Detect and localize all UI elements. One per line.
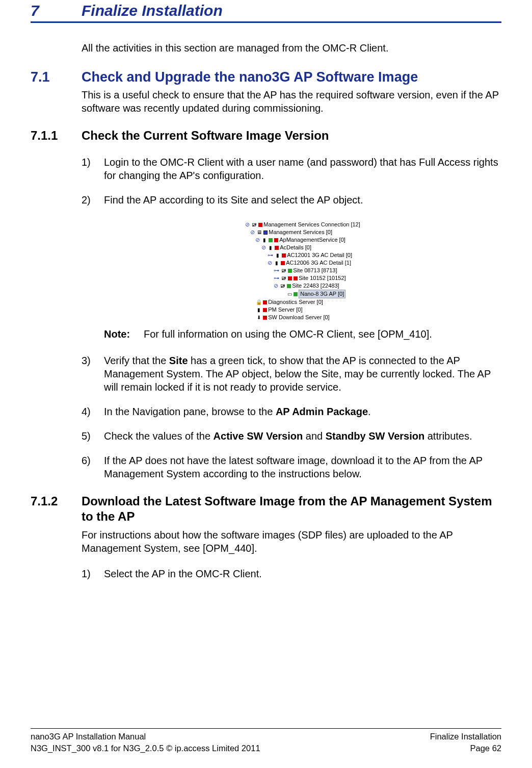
chapter-rule	[31, 21, 501, 23]
step-text: If the AP does not have the latest softw…	[104, 454, 501, 480]
step-number	[82, 218, 104, 351]
tree-node: Site 08713 [8713]	[293, 267, 337, 274]
step-text: Find the AP according to its Site and se…	[104, 193, 501, 207]
tree-node: AC12001 3G AC Detail [0]	[287, 251, 352, 259]
section-7-1-heading: 7.1 Check and Upgrade the nano3G AP Soft…	[31, 69, 501, 85]
step-item: 2) Find the AP according to its Site and…	[82, 193, 501, 207]
steps-list-7-1-2: 1) Select the AP in the OMC-R Client.	[82, 567, 501, 580]
step-text: Login to the OMC-R Client with a user na…	[104, 156, 501, 182]
step-item: 3) Verify that the Site has a green tick…	[82, 354, 501, 394]
tree-node: SW Download Server [0]	[268, 314, 329, 321]
intro-paragraph: All the activities in this section are m…	[82, 42, 501, 54]
bold-term: Site	[169, 355, 188, 366]
step-text: Select the AP in the OMC-R Client.	[104, 567, 501, 580]
page-footer: nano3G AP Installation Manual Finalize I…	[31, 728, 501, 754]
section-7-1-desc: This is a useful check to ensure that th…	[82, 88, 501, 115]
section-7-1-2-desc: For instructions about how the software …	[82, 528, 501, 555]
chapter-heading: 7 Finalize Installation	[31, 0, 501, 19]
step-text: In the Navigation pane, browse to the AP…	[104, 405, 501, 418]
step-item: 1) Login to the OMC-R Client with a user…	[82, 156, 501, 182]
step-item: 4) In the Navigation pane, browse to the…	[82, 405, 501, 418]
footer-rule	[31, 728, 501, 729]
step-item: 6) If the AP does not have the latest so…	[82, 454, 501, 480]
step-item: ⊘🖳Management Services Connection [12] ⊘🖥…	[82, 218, 501, 351]
tree-node-selected: Nano-8 3G AP [0]	[299, 290, 345, 298]
tree-figure: ⊘🖳Management Services Connection [12] ⊘🖥…	[104, 221, 501, 321]
step-number: 4)	[82, 405, 104, 418]
footer-right-2: Page 62	[470, 743, 501, 754]
section-number: 7.1	[31, 69, 82, 85]
step-text: Verify that the Site has a green tick, t…	[104, 354, 501, 394]
note: Note: For full information on using the …	[104, 327, 501, 341]
subsection-title: Check the Current Software Image Version	[82, 128, 329, 143]
step-number: 2)	[82, 193, 104, 207]
tree-node: PM Server [0]	[268, 306, 302, 314]
note-text: For full information on using the OMC-R …	[144, 327, 432, 341]
subsection-number: 7.1.1	[31, 129, 82, 143]
note-label: Note:	[104, 327, 144, 341]
page: 7 Finalize Installation All the activiti…	[0, 0, 532, 768]
subsection-title: Download the Latest Software Image from …	[82, 494, 501, 524]
section-7-1-1-heading: 7.1.1 Check the Current Software Image V…	[31, 128, 501, 143]
step-text: Check the values of the Active SW Versio…	[104, 429, 501, 443]
step-item: 5) Check the values of the Active SW Ver…	[82, 429, 501, 443]
step-number: 5)	[82, 429, 104, 443]
tree-node: AcDetails [0]	[280, 244, 311, 251]
subsection-number: 7.1.2	[31, 494, 82, 508]
tree-node: Site 22483 [22483]	[292, 282, 339, 290]
footer-left-1: nano3G AP Installation Manual	[31, 731, 146, 742]
tree-node: AC12006 3G AC Detail [1]	[286, 259, 351, 267]
tree-node: Management Services [0]	[269, 228, 332, 236]
footer-right-1: Finalize Installation	[430, 731, 501, 742]
step-number: 1)	[82, 567, 104, 580]
bold-term: AP Admin Package	[276, 406, 368, 417]
step-number: 3)	[82, 354, 104, 394]
step-item: 1) Select the AP in the OMC-R Client.	[82, 567, 501, 580]
step-number: 1)	[82, 156, 104, 182]
footer-left-2: N3G_INST_300 v8.1 for N3G_2.0.5 © ip.acc…	[31, 743, 260, 754]
steps-list-7-1-1: 1) Login to the OMC-R Client with a user…	[82, 156, 501, 480]
tree-node: ApManagementService [0]	[279, 236, 345, 244]
bold-term: Standby SW Version	[326, 430, 424, 442]
section-title: Check and Upgrade the nano3G AP Software…	[82, 69, 418, 85]
tree-node: Site 10152 [10152]	[299, 274, 345, 282]
chapter-number: 7	[31, 2, 82, 19]
tree-container: ⊘🖳Management Services Connection [12] ⊘🖥…	[104, 218, 501, 351]
section-7-1-2-heading: 7.1.2 Download the Latest Software Image…	[31, 494, 501, 524]
tree-node: Management Services Connection [12]	[263, 221, 360, 228]
tree-node: Diagnostics Server [0]	[268, 298, 323, 306]
bold-term: Active SW Version	[214, 430, 303, 442]
step-number: 6)	[82, 454, 104, 480]
chapter-title: Finalize Installation	[82, 2, 223, 19]
